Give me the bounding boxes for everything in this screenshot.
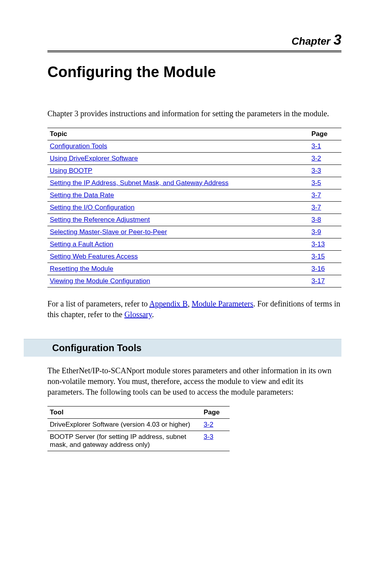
section-header: Configuration Tools [24, 339, 341, 357]
toc-page-link[interactable]: 3-2 [311, 155, 321, 162]
toc-page-link[interactable]: 3-17 [311, 277, 325, 285]
module-parameters-link[interactable]: Module Parameters [192, 299, 253, 308]
table-row: Setting the Reference Adjustment3-8 [47, 214, 341, 226]
text-fragment: . [152, 310, 154, 319]
chapter-number: 3 [334, 32, 341, 48]
toc-link[interactable]: Setting the Reference Adjustment [50, 216, 150, 223]
divider-thick [47, 51, 341, 51]
page-title: Configuring the Module [47, 64, 341, 81]
toc-page-link[interactable]: 3-7 [311, 191, 321, 199]
table-row: Setting the I/O Configuration3-7 [47, 202, 341, 214]
toc-header-topic: Topic [47, 128, 309, 140]
toc-link[interactable]: Using DriveExplorer Software [50, 155, 138, 162]
toc-page-link[interactable]: 3-16 [311, 265, 325, 272]
chapter-label: Chapter [292, 35, 330, 47]
toc-link[interactable]: Using BOOTP [50, 167, 92, 174]
toc-page-link[interactable]: 3-3 [311, 167, 321, 174]
text-fragment: , [188, 299, 192, 308]
tool-header-tool: Tool [47, 406, 201, 419]
toc-link[interactable]: Setting the IP Address, Subnet Mask, and… [50, 179, 228, 187]
tool-page-link[interactable]: 3-3 [204, 433, 213, 441]
table-row: Viewing the Module Configuration3-17 [47, 275, 341, 287]
tool-page-link[interactable]: 3-2 [204, 421, 213, 428]
toc-page-link[interactable]: 3-1 [311, 142, 321, 150]
post-toc-paragraph: For a list of parameters, refer to Appen… [47, 299, 341, 320]
toc-link[interactable]: Setting the I/O Configuration [50, 204, 135, 211]
table-row: Selecting Master-Slave or Peer-to-Peer3-… [47, 226, 341, 238]
toc-link[interactable]: Selecting Master-Slave or Peer-to-Peer [50, 228, 167, 236]
table-row: Using DriveExplorer Software3-2 [47, 153, 341, 165]
tool-header-page: Page [201, 406, 230, 419]
toc-link[interactable]: Resetting the Module [50, 265, 113, 272]
tool-cell: DriveExplorer Software (version 4.03 or … [47, 419, 201, 431]
section-paragraph: The EtherNet/IP-to-SCANport module store… [47, 365, 341, 397]
table-row: BOOTP Server (for setting IP address, su… [47, 431, 230, 451]
toc-page-link[interactable]: 3-8 [311, 216, 321, 223]
table-row: Using BOOTP3-3 [47, 165, 341, 177]
divider-thin [47, 52, 341, 53]
toc-link[interactable]: Viewing the Module Configuration [50, 277, 150, 285]
toc-page-link[interactable]: 3-9 [311, 228, 321, 236]
toc-page-link[interactable]: 3-13 [311, 240, 325, 248]
tool-cell: BOOTP Server (for setting IP address, su… [47, 431, 201, 451]
toc-header-page: Page [309, 128, 341, 140]
table-row: Setting the IP Address, Subnet Mask, and… [47, 177, 341, 189]
toc-link[interactable]: Setting Web Features Access [50, 253, 138, 260]
text-fragment: For a list of parameters, refer to [47, 299, 149, 308]
appendix-link[interactable]: Appendix B [149, 299, 188, 308]
toc-table: Topic Page Configuration Tools3-1 Using … [47, 128, 341, 287]
chapter-header: Chapter 3 [47, 32, 341, 48]
table-row: DriveExplorer Software (version 4.03 or … [47, 419, 230, 431]
toc-page-link[interactable]: 3-5 [311, 179, 321, 187]
toc-link[interactable]: Setting the Data Rate [50, 191, 114, 199]
tool-table: Tool Page DriveExplorer Software (versio… [47, 406, 230, 451]
intro-paragraph: Chapter 3 provides instructions and info… [47, 108, 341, 119]
toc-page-link[interactable]: 3-7 [311, 204, 321, 211]
glossary-link[interactable]: Glossary [124, 310, 152, 319]
table-row: Setting Web Features Access3-15 [47, 251, 341, 263]
table-row: Setting a Fault Action3-13 [47, 238, 341, 251]
toc-link[interactable]: Configuration Tools [50, 142, 107, 150]
table-row: Resetting the Module3-16 [47, 263, 341, 275]
section-heading-text: Configuration Tools [52, 342, 337, 354]
table-row: Setting the Data Rate3-7 [47, 189, 341, 202]
toc-page-link[interactable]: 3-15 [311, 253, 325, 260]
toc-link[interactable]: Setting a Fault Action [50, 240, 113, 248]
table-row: Configuration Tools3-1 [47, 140, 341, 153]
